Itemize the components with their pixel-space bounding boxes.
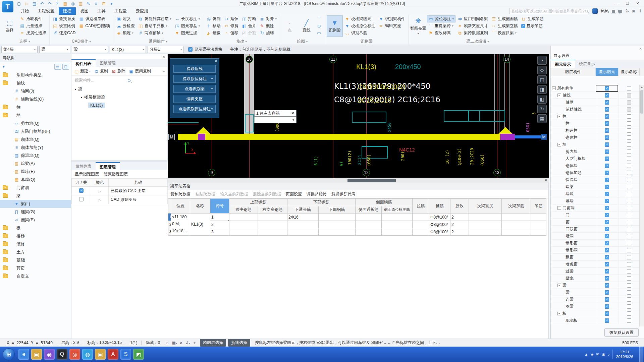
show-name-checkbox[interactable] — [627, 269, 631, 274]
view-tool-button[interactable]: ◧ — [537, 95, 547, 104]
show-element-checkbox[interactable] — [605, 86, 609, 90]
show-name-checkbox[interactable] — [627, 121, 631, 126]
taskbar-app-icon[interactable]: ◩ — [133, 349, 144, 360]
grid-icon[interactable]: # — [93, 1, 99, 6]
minimize-button[interactable]: — — [612, 0, 623, 7]
app-logo[interactable]: T — [2, 1, 13, 12]
show-element-checkbox[interactable] — [605, 114, 609, 119]
re-extract-beam-span-button[interactable]: ⌒重提梁跨▾ — [427, 22, 455, 29]
show-element-checkbox[interactable] — [605, 283, 609, 288]
find-replace-button[interactable]: ◨查找替换 — [51, 15, 77, 22]
component-tree-item[interactable]: ▲ KL1(3) — [71, 101, 167, 109]
component-select[interactable]: KL1(3)▾ — [110, 46, 146, 53]
show-name-checkbox[interactable] — [627, 220, 631, 224]
cell-span-2[interactable]: 2 — [210, 221, 229, 228]
show-element-checkbox[interactable] — [605, 199, 609, 203]
color-expander-icon[interactable]: ▷ — [99, 190, 101, 193]
close-icon[interactable]: ✕ — [163, 55, 165, 59]
help-search-input[interactable]: 基础建模可以识别CAD图中的独基和承台吗？ — [509, 8, 589, 14]
identify-floor-table-button[interactable]: ▥识别楼层表 — [77, 15, 111, 22]
cell-zhi-1[interactable]: 2 — [450, 214, 469, 221]
nav-tree-item[interactable]: ▼ 梁(L) — [0, 200, 71, 208]
nav-tree-item[interactable]: + 楼梯 — [0, 232, 71, 240]
new-file-icon[interactable]: ▢ — [16, 1, 22, 6]
identify-beam-button[interactable]: ▼识别梁 — [327, 15, 343, 37]
extend-button[interactable]: ↦延伸 — [223, 15, 240, 22]
show-element-checkbox[interactable] — [605, 227, 609, 231]
taskbar-app-icon[interactable]: Q — [57, 349, 67, 360]
col-span-no[interactable]: 跨号 — [210, 199, 229, 214]
show-element-checkbox[interactable] — [605, 135, 609, 140]
nav-tree-item[interactable]: + 板 — [0, 224, 71, 232]
hide-specified-layer-button[interactable]: 隐藏指定图层 — [104, 171, 128, 177]
display-panel-scrollbar[interactable]: ▲ — [639, 85, 644, 326]
nav-tree-item[interactable]: ▧ 暗梁(A) — [0, 160, 71, 168]
beam-segment[interactable] — [178, 134, 198, 140]
restore-cad-button[interactable]: ↺还原CAD — [51, 29, 77, 37]
ribbon-tab[interactable]: 工具 — [93, 7, 110, 15]
floor-select[interactable]: 第4层▾ — [1, 46, 38, 53]
cell-gu-2[interactable]: Φ8@100/ — [429, 221, 450, 228]
cross-layer-select-button[interactable]: 跨图层选择 — [200, 339, 226, 347]
two-point-axis-button[interactable]: #两点辅轴▾ — [137, 29, 173, 37]
refresh-support-size-button[interactable]: ✶刷新支座尺寸 — [456, 22, 489, 29]
show-element-checkbox[interactable] — [605, 213, 609, 217]
close-icon[interactable]: ✕ — [545, 178, 547, 182]
redo-icon[interactable]: ↷ — [47, 1, 53, 6]
open-file-icon[interactable]: ▷ — [24, 1, 30, 6]
tray-icon[interactable]: ♪ — [608, 352, 610, 357]
collapse-icon[interactable]: − — [557, 115, 561, 118]
cell-dbu-1[interactable] — [319, 214, 356, 221]
show-element-checkbox[interactable] — [605, 121, 609, 126]
show-element-checkbox[interactable] — [605, 234, 609, 238]
table-icon[interactable]: ▥ — [78, 1, 84, 6]
show-name-checkbox[interactable] — [627, 178, 631, 182]
upload-icon[interactable]: ↥ — [639, 9, 642, 13]
beam-table-tool[interactable]: 悬臂钢筋代号 — [331, 191, 356, 197]
component-tree-item[interactable]: ▲ 楼层框架梁 — [71, 93, 167, 101]
show-element-checkbox[interactable] — [605, 164, 609, 168]
col-mid-rebar[interactable]: 跨中钢筋 — [229, 206, 258, 214]
arc-tool-icon[interactable]: ⌒ — [315, 15, 323, 22]
taskbar-app-icon[interactable]: ▣ — [31, 349, 42, 360]
tab-property-list[interactable]: 属性列表 — [71, 162, 96, 170]
show-element-checkbox[interactable] — [605, 128, 609, 133]
move-button[interactable]: ✛移动 — [205, 22, 222, 29]
edit-support-button[interactable]: ≍编辑支座 — [377, 22, 407, 29]
element-filter-button[interactable]: ▼图元过滤 — [173, 29, 201, 37]
show-element-checkbox[interactable] — [605, 297, 609, 302]
row-number[interactable]: 1 — [168, 214, 171, 221]
cell-cj-1[interactable] — [502, 214, 531, 221]
nav-tree-item[interactable]: ▦ 幕墙(Q) — [0, 176, 71, 184]
col-show-element[interactable]: 显示图元 — [596, 68, 619, 76]
check-insitu-annotation-button[interactable]: ▼校核原位标注 — [343, 22, 377, 29]
group-label-identify-beam[interactable]: 识别梁 — [325, 38, 408, 45]
view-tool-button[interactable]: ◫ — [537, 75, 547, 84]
col-tie-rebar[interactable]: 拉筋 — [413, 199, 429, 214]
layer-visibility-checkbox[interactable] — [79, 188, 84, 193]
restore-button[interactable]: ❐ — [623, 0, 633, 7]
message-icon[interactable] — [618, 10, 622, 13]
beam-segment[interactable] — [515, 135, 541, 138]
interfloor-copy-button[interactable]: ▣层间复制 — [129, 68, 151, 74]
rotate-button[interactable]: ↻旋转 — [258, 29, 278, 37]
dropdown-arrow-icon[interactable]: ▼ — [211, 77, 213, 80]
component-tree-item[interactable]: ▲ 梁 — [71, 85, 167, 93]
dialog-button[interactable]: 编辑支座▼ — [173, 95, 216, 103]
dropdown-arrow-icon[interactable]: ▼ — [211, 87, 213, 90]
scroll-up-icon[interactable]: ▲ — [640, 85, 644, 89]
list-view-icon[interactable]: ≔ — [54, 64, 61, 70]
collapse-icon[interactable]: − — [557, 312, 561, 315]
copy-to-other-floor-button[interactable]: ⧉复制到其它层▾ — [137, 15, 173, 22]
add-window-icon[interactable]: ⊞ — [101, 1, 107, 6]
group-label-cad[interactable]: CAD操作 ▾ — [50, 38, 113, 45]
batch-select-button[interactable]: ▤批量选择 — [18, 22, 48, 29]
beam-table-tool[interactable]: 页面设置 — [286, 191, 302, 197]
nav-tree-item[interactable]: ▤ 砌体墙(Q) — [0, 135, 71, 143]
ribbon-tab[interactable]: 云应用 — [131, 7, 153, 15]
show-element-checkbox[interactable] — [605, 178, 609, 182]
theme-icon[interactable]: ▣ — [632, 9, 636, 13]
close-icon[interactable]: ✕ — [639, 47, 642, 51]
scrollbar-thumb[interactable] — [347, 179, 396, 182]
undo-icon[interactable]: ↶ — [39, 1, 45, 6]
